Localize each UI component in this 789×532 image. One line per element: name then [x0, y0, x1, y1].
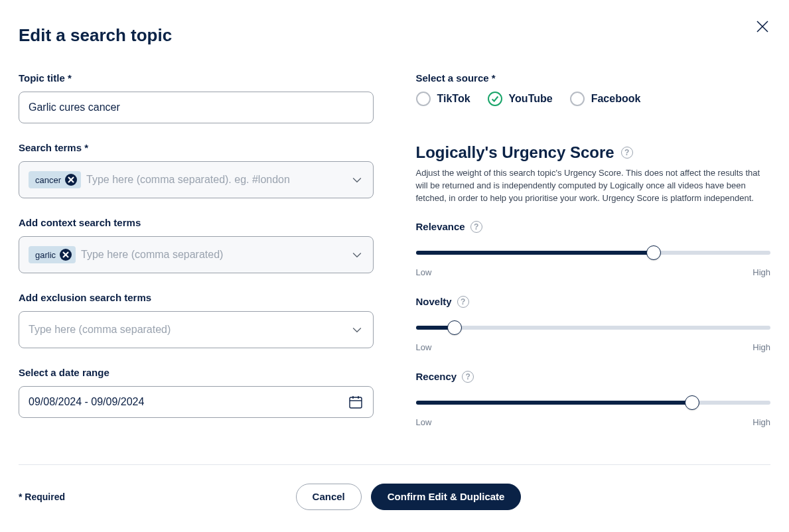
source-option-tiktok[interactable]: TikTok: [416, 92, 470, 106]
right-column: Select a source * TikTok YouTube: [416, 72, 771, 446]
slider-track-wrap[interactable]: [416, 395, 771, 411]
slider-label: Recency?: [416, 371, 771, 383]
radio-icon: [416, 92, 431, 106]
exclusion-terms-field: Add exclusion search terms: [19, 292, 374, 348]
context-terms-input-shell[interactable]: garlic: [19, 236, 374, 273]
slider-thumb[interactable]: [685, 395, 699, 410]
calendar-icon[interactable]: [348, 394, 364, 410]
slider-scale: LowHigh: [416, 417, 771, 427]
source-option-label: Facebook: [591, 93, 641, 105]
exclusion-terms-input-shell[interactable]: [19, 311, 374, 348]
slider-track: [416, 326, 771, 330]
search-terms-field: Search terms * cancer: [19, 142, 374, 198]
radio-checked-icon: [488, 92, 502, 106]
topic-title-label: Topic title *: [19, 72, 374, 84]
slider-track-wrap[interactable]: [416, 320, 771, 336]
scale-high: High: [753, 267, 770, 277]
search-terms-input[interactable]: [86, 174, 344, 186]
search-terms-label: Search terms *: [19, 142, 374, 153]
cancel-button[interactable]: Cancel: [296, 484, 362, 510]
help-icon[interactable]: ?: [457, 296, 469, 308]
date-range-input[interactable]: [29, 396, 348, 408]
urgency-description: Adjust the weight of this search topic's…: [416, 167, 771, 205]
radio-icon: [570, 92, 585, 106]
exclusion-terms-label: Add exclusion search terms: [19, 292, 374, 303]
scale-low: Low: [416, 417, 432, 427]
close-icon[interactable]: [754, 19, 770, 34]
scale-low: Low: [416, 342, 432, 352]
source-option-facebook[interactable]: Facebook: [570, 92, 641, 106]
slider-scale: LowHigh: [416, 342, 771, 352]
slider-track-wrap[interactable]: [416, 245, 771, 261]
slider-relevance: Relevance?LowHigh: [416, 221, 771, 277]
search-term-chip: cancer: [29, 171, 81, 188]
context-term-chip: garlic: [29, 246, 76, 263]
modal-footer: * Required Cancel Confirm Edit & Duplica…: [19, 484, 770, 510]
chevron-down-icon[interactable]: [350, 323, 364, 336]
search-terms-input-shell[interactable]: cancer: [19, 161, 374, 198]
slider-fill: [416, 251, 654, 255]
context-term-chip-label: garlic: [35, 250, 56, 260]
chevron-down-icon[interactable]: [350, 173, 364, 186]
source-label: Select a source *: [416, 72, 771, 84]
date-range-field: Select a date range: [19, 367, 374, 418]
urgency-sliders: Relevance?LowHighNovelty?LowHighRecency?…: [416, 221, 771, 427]
help-icon[interactable]: ?: [621, 147, 633, 159]
slider-scale: LowHigh: [416, 267, 771, 277]
slider-label-text: Novelty: [416, 296, 452, 307]
slider-fill: [416, 401, 693, 405]
exclusion-terms-input[interactable]: [29, 324, 345, 336]
context-terms-label: Add context search terms: [19, 217, 374, 228]
slider-recency: Recency?LowHigh: [416, 371, 771, 427]
edit-search-topic-modal: Edit a search topic Topic title * Search…: [0, 0, 789, 532]
modal-title: Edit a search topic: [19, 25, 770, 46]
source-field: Select a source * TikTok YouTube: [416, 72, 771, 106]
date-range-label: Select a date range: [19, 367, 374, 378]
urgency-heading: Logically's Urgency Score ?: [416, 143, 771, 162]
divider: [19, 464, 770, 465]
slider-novelty: Novelty?LowHigh: [416, 296, 771, 352]
help-icon[interactable]: ?: [470, 221, 482, 233]
slider-label-text: Relevance: [416, 221, 465, 232]
topic-title-input[interactable]: [29, 101, 364, 113]
required-note: * Required: [19, 492, 65, 502]
context-terms-field: Add context search terms garlic: [19, 217, 374, 273]
date-range-input-shell[interactable]: [19, 386, 374, 418]
confirm-edit-duplicate-button[interactable]: Confirm Edit & Duplicate: [371, 484, 522, 510]
remove-chip-icon[interactable]: [60, 249, 72, 261]
source-options: TikTok YouTube Facebook: [416, 92, 771, 106]
context-terms-input[interactable]: [81, 249, 344, 261]
slider-label: Relevance?: [416, 221, 771, 233]
source-option-label: YouTube: [509, 93, 553, 105]
help-icon[interactable]: ?: [462, 371, 474, 383]
scale-high: High: [753, 342, 770, 352]
slider-label-text: Recency: [416, 371, 457, 382]
scale-high: High: [753, 417, 770, 427]
slider-thumb[interactable]: [447, 320, 462, 335]
svg-rect-6: [350, 397, 362, 408]
topic-title-input-shell: [19, 92, 374, 123]
scale-low: Low: [416, 267, 432, 277]
left-column: Topic title * Search terms * cancer: [19, 72, 374, 446]
urgency-heading-text: Logically's Urgency Score: [416, 143, 614, 162]
chevron-down-icon[interactable]: [350, 248, 364, 261]
remove-chip-icon[interactable]: [65, 174, 77, 186]
slider-label: Novelty?: [416, 296, 771, 308]
footer-buttons: Cancel Confirm Edit & Duplicate: [296, 484, 522, 510]
source-option-youtube[interactable]: YouTube: [488, 92, 553, 106]
topic-title-field: Topic title *: [19, 72, 374, 123]
search-term-chip-label: cancer: [35, 175, 61, 185]
slider-thumb[interactable]: [646, 245, 661, 260]
source-option-label: TikTok: [437, 93, 470, 105]
